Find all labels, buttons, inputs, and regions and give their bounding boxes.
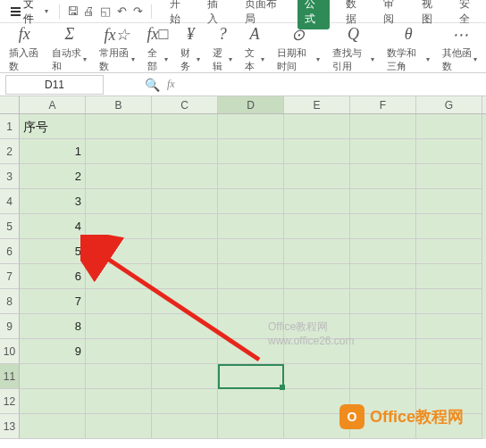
cell-F2[interactable] bbox=[350, 139, 416, 164]
cell-E1[interactable] bbox=[284, 114, 350, 139]
cell-E4[interactable] bbox=[284, 189, 350, 214]
row-header-2[interactable]: 2 bbox=[0, 139, 20, 164]
cell-F8[interactable] bbox=[350, 289, 416, 314]
cell-D11[interactable] bbox=[218, 364, 284, 389]
cell-B1[interactable] bbox=[86, 114, 152, 139]
cell-E6[interactable] bbox=[284, 239, 350, 264]
row-header-11[interactable]: 11 bbox=[0, 364, 20, 389]
column-header-B[interactable]: B bbox=[86, 96, 152, 113]
cell-B12[interactable] bbox=[86, 389, 152, 414]
cell-F10[interactable] bbox=[350, 339, 416, 364]
cell-G8[interactable] bbox=[416, 289, 482, 314]
cell-B13[interactable] bbox=[86, 414, 152, 439]
ribbon-group-2[interactable]: fx☆常用函数▾ bbox=[94, 21, 139, 75]
cell-C8[interactable] bbox=[152, 289, 218, 314]
column-header-E[interactable]: E bbox=[284, 96, 350, 113]
select-all-corner[interactable] bbox=[0, 96, 20, 113]
cell-G3[interactable] bbox=[416, 164, 482, 189]
cell-D8[interactable] bbox=[218, 289, 284, 314]
fx-icon[interactable]: fx bbox=[167, 78, 175, 91]
cell-G10[interactable] bbox=[416, 339, 482, 364]
cell-B9[interactable] bbox=[86, 314, 152, 339]
cell-C5[interactable] bbox=[152, 214, 218, 239]
undo-icon[interactable]: ↶ bbox=[114, 4, 129, 20]
row-header-12[interactable]: 12 bbox=[0, 389, 20, 414]
cell-A1[interactable]: 序号 bbox=[20, 114, 86, 139]
cell-G6[interactable] bbox=[416, 239, 482, 264]
cell-A9[interactable]: 8 bbox=[20, 314, 86, 339]
cell-A8[interactable]: 7 bbox=[20, 289, 86, 314]
cell-F5[interactable] bbox=[350, 214, 416, 239]
cell-A5[interactable]: 4 bbox=[20, 214, 86, 239]
cell-C12[interactable] bbox=[152, 389, 218, 414]
cell-F11[interactable] bbox=[350, 364, 416, 389]
cell-F4[interactable] bbox=[350, 189, 416, 214]
cell-A7[interactable]: 6 bbox=[20, 264, 86, 289]
cell-B3[interactable] bbox=[86, 164, 152, 189]
cell-A3[interactable]: 2 bbox=[20, 164, 86, 189]
redo-icon[interactable]: ↷ bbox=[131, 4, 146, 20]
cell-C6[interactable] bbox=[152, 239, 218, 264]
cell-B4[interactable] bbox=[86, 189, 152, 214]
cell-B7[interactable] bbox=[86, 264, 152, 289]
cell-E5[interactable] bbox=[284, 214, 350, 239]
cell-D2[interactable] bbox=[218, 139, 284, 164]
cell-C1[interactable] bbox=[152, 114, 218, 139]
cell-C13[interactable] bbox=[152, 414, 218, 439]
ribbon-group-9[interactable]: θ数学和三角▾ bbox=[381, 21, 435, 75]
cell-A12[interactable] bbox=[20, 389, 86, 414]
column-header-A[interactable]: A bbox=[20, 96, 86, 113]
print-icon[interactable]: 🖨 bbox=[81, 4, 96, 20]
row-header-7[interactable]: 7 bbox=[0, 264, 20, 289]
cell-D3[interactable] bbox=[218, 164, 284, 189]
cell-A11[interactable] bbox=[20, 364, 86, 389]
ribbon-group-8[interactable]: Q查找与引用▾ bbox=[327, 21, 381, 75]
cell-E7[interactable] bbox=[284, 264, 350, 289]
cell-A2[interactable]: 1 bbox=[20, 139, 86, 164]
ribbon-group-10[interactable]: ⋯其他函数▾ bbox=[437, 21, 482, 75]
row-header-3[interactable]: 3 bbox=[0, 164, 20, 189]
cell-B5[interactable] bbox=[86, 214, 152, 239]
cell-G11[interactable] bbox=[416, 364, 482, 389]
cell-B2[interactable] bbox=[86, 139, 152, 164]
column-header-C[interactable]: C bbox=[152, 96, 218, 113]
cell-B8[interactable] bbox=[86, 289, 152, 314]
column-header-F[interactable]: F bbox=[350, 96, 416, 113]
row-header-6[interactable]: 6 bbox=[0, 239, 20, 264]
save-icon[interactable]: 🖫 bbox=[65, 4, 80, 20]
magnify-icon[interactable]: 🔍 bbox=[145, 78, 160, 92]
cell-C7[interactable] bbox=[152, 264, 218, 289]
cell-B11[interactable] bbox=[86, 364, 152, 389]
row-header-13[interactable]: 13 bbox=[0, 414, 20, 439]
cell-G4[interactable] bbox=[416, 189, 482, 214]
ribbon-group-7[interactable]: ⊙日期和时间▾ bbox=[272, 21, 325, 75]
column-header-D[interactable]: D bbox=[218, 96, 284, 113]
cell-D7[interactable] bbox=[218, 264, 284, 289]
cell-E2[interactable] bbox=[284, 139, 350, 164]
cell-F3[interactable] bbox=[350, 164, 416, 189]
cell-D12[interactable] bbox=[218, 389, 284, 414]
row-header-8[interactable]: 8 bbox=[0, 289, 20, 314]
cell-B6[interactable] bbox=[86, 239, 152, 264]
cell-E11[interactable] bbox=[284, 364, 350, 389]
row-header-1[interactable]: 1 bbox=[0, 114, 20, 139]
cell-G2[interactable] bbox=[416, 139, 482, 164]
row-header-10[interactable]: 10 bbox=[0, 339, 20, 364]
cell-F6[interactable] bbox=[350, 239, 416, 264]
ribbon-group-6[interactable]: A文本▾ bbox=[239, 21, 270, 75]
cell-D1[interactable] bbox=[218, 114, 284, 139]
column-header-G[interactable]: G bbox=[416, 96, 482, 113]
row-header-9[interactable]: 9 bbox=[0, 314, 20, 339]
cell-C10[interactable] bbox=[152, 339, 218, 364]
print-preview-icon[interactable]: ◱ bbox=[98, 4, 113, 20]
row-header-5[interactable]: 5 bbox=[0, 214, 20, 239]
cell-B10[interactable] bbox=[86, 339, 152, 364]
cell-F7[interactable] bbox=[350, 264, 416, 289]
ribbon-group-5[interactable]: ?逻辑▾ bbox=[207, 21, 238, 75]
cell-C3[interactable] bbox=[152, 164, 218, 189]
cell-E3[interactable] bbox=[284, 164, 350, 189]
cell-F9[interactable] bbox=[350, 314, 416, 339]
cell-G5[interactable] bbox=[416, 214, 482, 239]
cell-D6[interactable] bbox=[218, 239, 284, 264]
cell-C11[interactable] bbox=[152, 364, 218, 389]
